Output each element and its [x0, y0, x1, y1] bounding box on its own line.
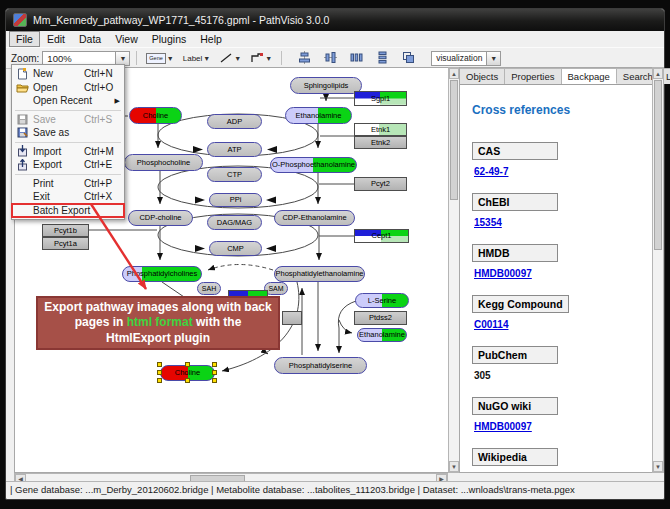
scroll-down-icon[interactable]: ▼ — [653, 461, 663, 472]
selection-handle[interactable] — [157, 378, 162, 383]
scroll-down-icon[interactable]: ▼ — [449, 461, 459, 472]
pathway-node-o-phosphoethanolamine[interactable]: O-Phosphoethanolamine — [270, 157, 357, 173]
panel-scrollbar[interactable]: ▲ ▼ — [652, 67, 664, 473]
zoom-dropdown-icon[interactable]: ▼ — [115, 52, 129, 65]
pathway-node-pcyt1a[interactable]: Pcyt1a — [42, 237, 89, 250]
common-size-button[interactable] — [398, 50, 418, 66]
menu-item-label: Open — [33, 82, 57, 93]
file-menu-item-open[interactable]: OpenCtrl+O — [12, 81, 124, 95]
file-menu-item-batch-export[interactable]: Batch Export — [12, 204, 124, 218]
xref-title: ChEBI — [472, 193, 558, 211]
visualization-dropdown-icon[interactable]: ▼ — [486, 52, 500, 65]
gene-template-button[interactable]: Gene ▼ — [143, 51, 176, 66]
title-bar[interactable]: Mm_Kennedy_pathway_WP1771_45176.gpml - P… — [6, 9, 664, 31]
pathway-node-ppi[interactable]: PPi — [209, 193, 262, 207]
pathway-node-phosphocholine[interactable]: Phosphocholine — [124, 154, 203, 171]
pathway-node-etnk2[interactable]: Etnk2 — [354, 136, 407, 149]
import-icon — [15, 145, 29, 157]
node-label: Sphingolipids — [304, 82, 349, 90]
node-label: Phosphocholine — [137, 159, 190, 167]
chevron-down-icon[interactable]: ▼ — [265, 55, 272, 62]
chevron-down-icon[interactable]: ▼ — [203, 55, 210, 62]
menubar-item-plugins[interactable]: Plugins — [145, 31, 193, 47]
tab-backpage[interactable]: Backpage — [562, 68, 617, 84]
pathway-node-pcyt1b[interactable]: Pcyt1b — [42, 224, 89, 237]
file-menu-item-open-recent[interactable]: Open Recent▶ — [12, 94, 124, 108]
menu-item-shortcut: Ctrl+M — [84, 146, 120, 157]
pathway-node-dag-mag[interactable]: DAG/MAG — [207, 215, 262, 230]
align-center-button[interactable] — [294, 50, 314, 66]
tab-objects[interactable]: Objects — [460, 68, 505, 84]
file-menu-item-print[interactable]: PrintCtrl+P — [12, 177, 124, 191]
pathway-node-pcyt2[interactable]: Pcyt2 — [354, 177, 407, 191]
distribute-vertical-button[interactable] — [372, 50, 392, 66]
node-label: Phosphatidylethanolamine — [276, 270, 364, 278]
selection-handle[interactable] — [212, 362, 217, 367]
pathway-node-ethanolamine[interactable]: Ethanolamine — [285, 107, 352, 124]
line-tool-button[interactable]: ▼ — [216, 50, 244, 66]
pathway-node-etnk1[interactable]: Etnk1 — [354, 123, 407, 136]
scroll-up-icon[interactable]: ▲ — [449, 68, 459, 79]
scrollbar-thumb[interactable] — [450, 80, 458, 200]
menubar-item-data[interactable]: Data — [72, 31, 108, 47]
backpage-content: Cross references CAS62-49-7ChEBI15354HMD… — [460, 85, 653, 469]
selection-handle[interactable] — [212, 370, 217, 375]
pathway-node-atp[interactable]: ATP — [207, 142, 262, 157]
file-menu-item-save-as[interactable]: Save as — [12, 126, 124, 140]
pathway-node-ethanolamine[interactable]: Ethanolamine — [357, 328, 407, 342]
pathway-node-cdp-ethanolamine[interactable]: CDP-Ethanolamine — [274, 210, 355, 226]
connector-tool-button[interactable]: ▼ — [247, 50, 275, 66]
status-bar: | Gene database: ...m_Derby_20120602.bri… — [6, 481, 664, 496]
scrollbar-thumb[interactable] — [654, 80, 662, 250]
visualization-combobox[interactable]: visualization ▼ — [431, 51, 501, 66]
selection-handle[interactable] — [157, 370, 162, 375]
menu-item-shortcut: Ctrl+O — [84, 82, 120, 93]
pathway-node-cept1[interactable]: Cept1 — [354, 229, 409, 243]
align-middle-button[interactable] — [320, 50, 340, 66]
menubar-item-help[interactable]: Help — [193, 31, 229, 47]
node-label: Choline — [175, 369, 200, 377]
xref-link[interactable]: 15354 — [474, 217, 641, 228]
xref-link[interactable]: HMDB00097 — [474, 268, 641, 279]
pathway-node-ctp[interactable]: CTP — [207, 167, 262, 182]
pathway-node-phosphatidylcholines[interactable]: Phosphatidylcholines — [122, 266, 202, 282]
xref-link[interactable]: C00114 — [474, 319, 641, 330]
scroll-up-icon[interactable]: ▲ — [653, 68, 663, 79]
chevron-down-icon[interactable]: ▼ — [234, 55, 241, 62]
file-menu-item-exit[interactable]: ExitCtrl+X — [12, 190, 124, 204]
chevron-down-icon[interactable]: ▼ — [167, 55, 174, 62]
xref-link[interactable]: HMDB00097 — [474, 421, 641, 432]
pathway-node-adp[interactable]: ADP — [207, 114, 262, 129]
file-menu-item-save[interactable]: SaveCtrl+S — [12, 113, 124, 127]
pathway-node-sah[interactable]: SAH — [197, 282, 221, 295]
menubar-item-edit[interactable]: Edit — [40, 31, 72, 47]
selection-handle[interactable] — [157, 362, 162, 367]
pathway-node-unlabeled[interactable] — [282, 311, 302, 325]
file-menu-item-export[interactable]: ExportCtrl+E — [12, 158, 124, 172]
xref-section-cas: CAS62-49-7 — [472, 141, 641, 177]
label-template-button[interactable]: Label ▼ — [180, 52, 214, 65]
selection-handle[interactable] — [185, 362, 190, 367]
pathway-node-choline[interactable]: Choline — [129, 107, 182, 124]
pathway-node-phosphatidylethanolamine[interactable]: Phosphatidylethanolamine — [274, 266, 365, 282]
pathway-node-cdp-choline[interactable]: CDP-choline — [128, 210, 193, 226]
selection-handle[interactable] — [212, 378, 217, 383]
pathway-node-l-serine[interactable]: L-Serine — [355, 293, 409, 308]
pathway-node-ptdss2[interactable]: Ptdss2 — [354, 311, 407, 325]
menubar-item-view[interactable]: View — [108, 31, 145, 47]
xref-section-chebi: ChEBI15354 — [472, 192, 641, 228]
pathway-node-sphingolipids[interactable]: Sphingolipids — [290, 77, 362, 94]
selection-handle[interactable] — [185, 378, 190, 383]
xref-section-nugo-wiki: NuGO wikiHMDB00097 — [472, 396, 641, 432]
xref-title: PubChem — [472, 346, 558, 364]
menubar-item-file[interactable]: File — [9, 31, 40, 47]
file-menu-item-import[interactable]: ImportCtrl+M — [12, 145, 124, 159]
pathway-node-cmp[interactable]: CMP — [209, 241, 262, 256]
distribute-horizontal-button[interactable] — [346, 50, 366, 66]
tab-properties[interactable]: Properties — [505, 68, 561, 84]
pathway-node-sgpl1[interactable]: Sgpl1 — [354, 91, 407, 106]
file-menu-item-new[interactable]: NewCtrl+N — [12, 67, 124, 81]
pathway-node-phosphatidylserine[interactable]: Phosphatidylserine — [274, 357, 367, 374]
xref-link[interactable]: 62-49-7 — [474, 166, 641, 177]
menu-item-shortcut: Ctrl+P — [84, 178, 120, 189]
